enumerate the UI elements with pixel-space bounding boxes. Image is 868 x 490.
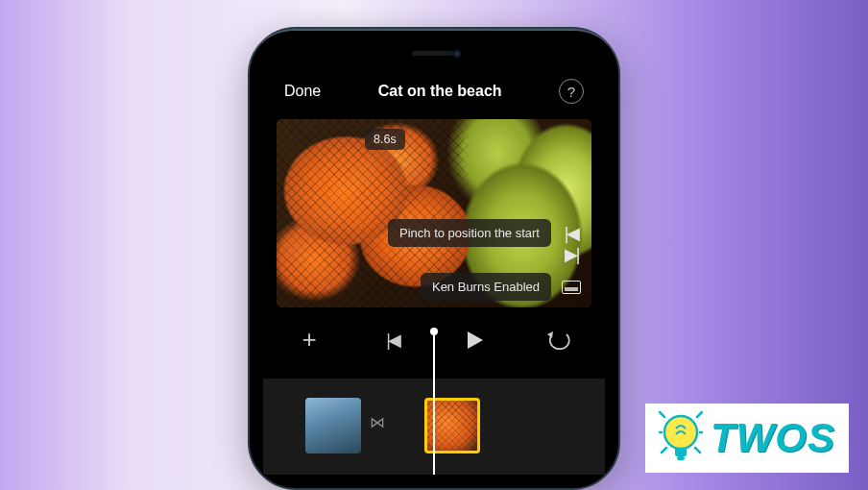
- clip-duration-badge: 8.6s: [365, 129, 405, 150]
- ken-burns-icon: [562, 281, 581, 294]
- preview-viewer[interactable]: 8.6s Pinch to position the start |◀ ▶| K…: [277, 119, 591, 307]
- svg-rect-1: [675, 448, 687, 456]
- timeline-clip[interactable]: [305, 398, 361, 453]
- skip-to-start-icon: |◀: [565, 225, 579, 242]
- add-media-button[interactable]: +: [292, 325, 326, 355]
- done-button[interactable]: Done: [284, 83, 321, 100]
- ken-burns-tip-row: Ken Burns Enabled: [421, 273, 582, 301]
- project-title: Cat on the beach: [378, 83, 502, 100]
- undo-button[interactable]: [542, 331, 576, 350]
- previous-icon: |◀: [386, 330, 398, 351]
- transition-icon: ⋈: [370, 413, 385, 431]
- ken-burns-tip: Ken Burns Enabled: [421, 273, 551, 301]
- twos-logo-text: TWOS: [711, 415, 835, 461]
- svg-rect-2: [677, 456, 685, 460]
- pinch-start-tip: Pinch to position the start: [388, 219, 551, 247]
- twos-logo: TWOS: [645, 404, 849, 473]
- phone-frame: Done Cat on the beach ? 8.6s Pinch to po…: [248, 27, 620, 490]
- previous-button[interactable]: |◀: [375, 330, 410, 351]
- transition-chip[interactable]: ⋈: [367, 411, 388, 432]
- help-button[interactable]: ?: [559, 79, 584, 104]
- pinch-start-tip-row: Pinch to position the start |◀: [388, 219, 582, 247]
- help-icon: ?: [567, 84, 575, 100]
- skip-to-end-button[interactable]: ▶|: [561, 246, 582, 263]
- screen: Done Cat on the beach ? 8.6s Pinch to po…: [263, 42, 605, 475]
- ken-burns-toggle[interactable]: [561, 281, 582, 294]
- notch: [362, 42, 506, 67]
- play-icon: [467, 331, 484, 350]
- skip-to-end-row: ▶|: [561, 246, 582, 263]
- lightbulb-icon: [659, 411, 703, 465]
- skip-to-start-button[interactable]: |◀: [561, 225, 582, 242]
- undo-icon: [547, 331, 570, 350]
- play-button[interactable]: [458, 331, 493, 350]
- playhead[interactable]: [433, 331, 435, 475]
- timeline[interactable]: ⋈: [263, 379, 605, 475]
- skip-to-end-icon: ▶|: [565, 246, 579, 263]
